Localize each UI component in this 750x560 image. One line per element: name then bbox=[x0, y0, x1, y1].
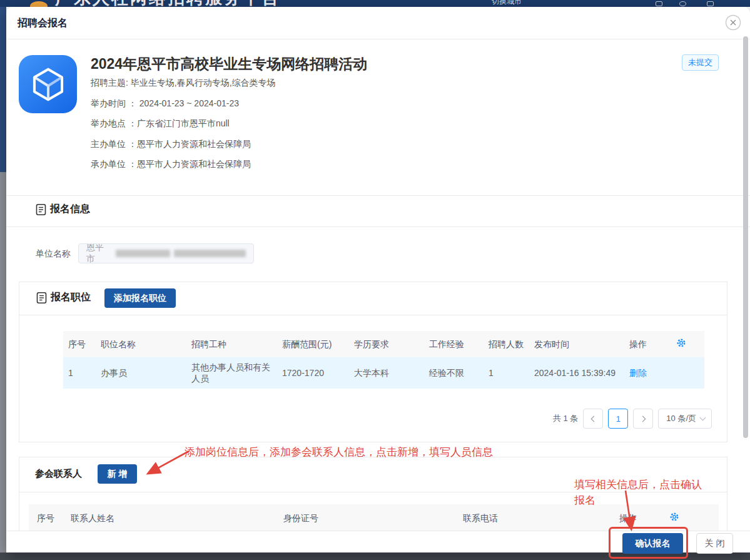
table-row[interactable]: 1 办事员 其他办事人员和有关人员 1720-1720 大学本科 经验不限 1 … bbox=[63, 357, 704, 389]
brand-logo-icon bbox=[30, 1, 48, 7]
cell-salary: 1720-1720 bbox=[282, 367, 354, 379]
status-badge: 未提交 bbox=[682, 54, 719, 71]
confirm-registration-button[interactable]: 确认报名 bbox=[622, 533, 683, 554]
column-header: 操作 bbox=[629, 339, 676, 350]
topbar-icon bbox=[707, 1, 714, 6]
modal-header: 招聘会报名 bbox=[6, 7, 750, 39]
topbar-icon bbox=[656, 1, 662, 6]
event-theme: 招聘主题: 毕业生专场,春风行动专场,综合类专场 bbox=[91, 78, 276, 89]
city-switcher: 切换城市 bbox=[492, 0, 522, 7]
divider bbox=[6, 195, 750, 196]
column-header: 招聘人数 bbox=[489, 339, 534, 350]
page-size-value: 10 条/页 bbox=[666, 413, 696, 424]
redacted-text-block bbox=[174, 250, 246, 257]
event-host: 主办单位 ：恩平市人力资源和社会保障局 bbox=[91, 139, 251, 150]
column-header: 招聘工种 bbox=[191, 339, 282, 350]
section-title-job-positions: 报名职位 bbox=[51, 291, 91, 304]
event-organizer: 承办单位 ：恩平市人力资源和社会保障局 bbox=[91, 159, 251, 170]
column-header: 序号 bbox=[68, 339, 101, 350]
divider bbox=[19, 315, 727, 315]
page-size-select[interactable]: 10 条/页 bbox=[658, 409, 712, 429]
column-header: 薪酬范围(元) bbox=[282, 339, 354, 350]
pagination-total: 共 1 条 bbox=[553, 413, 578, 424]
brand-text: 广东人社网络招聘服务平台 bbox=[55, 0, 280, 7]
column-header: 职位名称 bbox=[101, 339, 191, 350]
column-header: 工作经验 bbox=[429, 339, 489, 350]
delete-link[interactable]: 删除 bbox=[629, 367, 676, 379]
cell-education: 大学本科 bbox=[354, 367, 429, 379]
divider bbox=[6, 227, 750, 227]
table-settings-gear-icon[interactable] bbox=[676, 338, 704, 350]
chevron-left-icon bbox=[590, 415, 597, 422]
cell-experience: 经验不限 bbox=[429, 367, 489, 379]
table-settings-gear-icon[interactable] bbox=[669, 512, 697, 524]
column-header: 联系电话 bbox=[463, 512, 619, 524]
column-header: 联系人姓名 bbox=[71, 512, 283, 524]
event-location: 举办地点 ：广东省江门市恩平市null bbox=[91, 118, 230, 130]
job-fair-registration-modal: 招聘会报名 2024年恩平市高校毕业生专场网络招聘活动 招聘主题: 毕业生专场,… bbox=[6, 7, 750, 552]
table-header-row: 序号 联系人姓名 身份证号 联系电话 操作 bbox=[29, 504, 719, 531]
topbar-icon bbox=[679, 1, 686, 6]
annotation-confirm: 填写相关信息后，点击确认报名 bbox=[574, 477, 707, 508]
column-header: 学历要求 bbox=[354, 339, 429, 350]
pagination: 共 1 条 1 10 条/页 bbox=[553, 409, 712, 429]
table-header-row: 序号 职位名称 招聘工种 薪酬范围(元) 学历要求 工作经验 招聘人数 发布时间… bbox=[63, 331, 704, 357]
annotation-add-contact: 添加岗位信息后，添加参会联系人信息，点击新增，填写人员信息 bbox=[185, 445, 493, 459]
event-cube-icon bbox=[19, 55, 77, 113]
column-header: 序号 bbox=[37, 512, 71, 524]
next-page-button[interactable] bbox=[633, 409, 653, 429]
column-header: 发布时间 bbox=[534, 339, 629, 350]
document-icon bbox=[36, 292, 47, 307]
background-page-edge bbox=[0, 7, 6, 172]
cell-publish-time: 2024-01-16 15:39:49 bbox=[534, 367, 629, 379]
add-job-position-button[interactable]: 添加报名职位 bbox=[104, 288, 176, 308]
column-header: 操作 bbox=[619, 512, 669, 524]
redacted-text-block bbox=[116, 250, 170, 257]
section-title-contacts: 参会联系人 bbox=[35, 468, 82, 480]
chevron-right-icon bbox=[639, 415, 646, 422]
cell-category: 其他办事人员和有关人员 bbox=[191, 362, 282, 384]
add-contact-button[interactable]: 新 增 bbox=[98, 464, 137, 484]
section-title-signup-info: 报名信息 bbox=[50, 203, 90, 216]
close-icon[interactable] bbox=[725, 14, 741, 31]
column-header: 身份证号 bbox=[283, 512, 463, 524]
background-page-edge bbox=[0, 172, 6, 552]
company-name-field[interactable]: 恩平市 bbox=[78, 243, 254, 263]
chevron-down-icon bbox=[700, 415, 706, 421]
modal-scrollbar[interactable] bbox=[743, 36, 748, 438]
cell-headcount: 1 bbox=[489, 367, 534, 379]
company-name-label: 单位名称 bbox=[36, 248, 71, 260]
company-name-value: 恩平市 bbox=[86, 243, 112, 263]
close-button[interactable]: 关 闭 bbox=[696, 533, 733, 554]
contacts-table: 序号 联系人姓名 身份证号 联系电话 操作 bbox=[29, 504, 719, 531]
job-positions-card: 报名职位 添加报名职位 序号 职位名称 招聘工种 薪酬范围(元) 学历要求 工作… bbox=[19, 282, 727, 442]
modal-title: 招聘会报名 bbox=[18, 7, 68, 39]
cell-index: 1 bbox=[68, 367, 101, 379]
job-positions-table: 序号 职位名称 招聘工种 薪酬范围(元) 学历要求 工作经验 招聘人数 发布时间… bbox=[63, 331, 704, 389]
page-number-button[interactable]: 1 bbox=[608, 409, 628, 429]
background-topbar: 广东人社网络招聘服务平台 切换城市 bbox=[0, 0, 750, 7]
event-title: 2024年恩平市高校毕业生专场网络招聘活动 bbox=[91, 54, 367, 74]
screen: 广东人社网络招聘服务平台 切换城市 招聘会报名 bbox=[0, 0, 750, 560]
cell-position: 办事员 bbox=[101, 367, 191, 379]
prev-page-button[interactable] bbox=[583, 409, 603, 429]
event-date: 举办时间 ： 2024-01-23 ~ 2024-01-23 bbox=[91, 98, 239, 109]
document-icon bbox=[36, 203, 46, 218]
